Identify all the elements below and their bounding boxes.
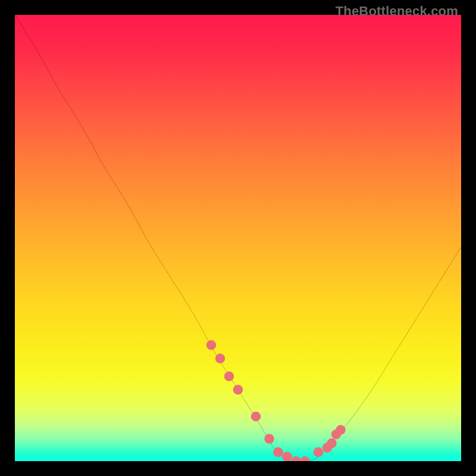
highlight-dot: [264, 434, 274, 444]
highlight-dot: [233, 385, 243, 395]
plot-area: [15, 15, 461, 461]
highlight-dots: [206, 340, 346, 461]
highlight-dot: [291, 456, 301, 461]
highlight-dot: [273, 447, 283, 458]
highlight-dot: [251, 412, 261, 422]
attribution-text: TheBottleneck.com: [336, 4, 458, 19]
highlight-dot: [300, 456, 310, 461]
highlight-dot: [224, 371, 234, 381]
highlight-dot: [314, 447, 324, 458]
highlight-dot: [215, 353, 226, 364]
chart-container: TheBottleneck.com: [0, 0, 476, 476]
highlight-dot: [206, 340, 217, 350]
highlight-dot: [282, 452, 292, 461]
highlight-dot: [336, 425, 346, 435]
highlight-dot: [327, 439, 337, 449]
curve-layer: [15, 15, 461, 461]
